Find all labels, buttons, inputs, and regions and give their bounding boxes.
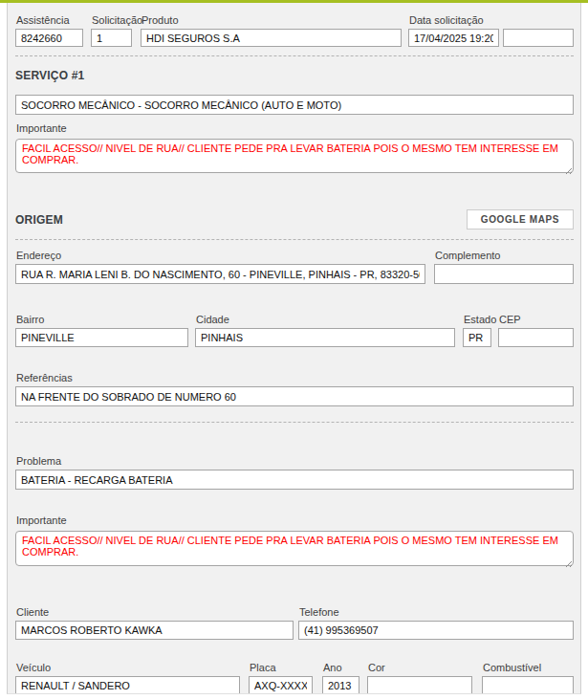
- vehicle-row: Veículo Placa Ano Cor Combustível: [15, 662, 574, 694]
- client-label: Cliente: [16, 606, 294, 619]
- origin-important-wrap: FACIL ACESSO// NIVEL DE RUA// CLIENTE PE…: [15, 531, 574, 570]
- google-maps-button[interactable]: GOOGLE MAPS: [467, 209, 574, 230]
- district-row: Bairro Cidade Estado CEP: [15, 314, 574, 347]
- request-date-field: Data solicitação: [408, 14, 499, 47]
- request-input[interactable]: [91, 29, 132, 47]
- complement-input[interactable]: [434, 264, 574, 284]
- color-field: Cor: [367, 662, 472, 694]
- zip-label: CEP: [499, 314, 574, 326]
- city-field: Cidade: [195, 314, 455, 347]
- origin-important-field: Importante: [15, 514, 574, 529]
- phone-input[interactable]: [298, 621, 574, 640]
- state-label: Estado: [464, 314, 491, 326]
- product-input[interactable]: [141, 29, 402, 47]
- district-label: Bairro: [16, 314, 188, 326]
- plate-label: Placa: [250, 662, 313, 674]
- service-section-title: SERVIÇO #1: [15, 69, 574, 82]
- assistance-input[interactable]: [15, 29, 83, 47]
- service-important-textarea[interactable]: FACIL ACESSO// NIVEL DE RUA// CLIENTE PE…: [15, 139, 574, 173]
- problem-input[interactable]: [15, 470, 574, 490]
- address-field: Endereço: [15, 250, 425, 284]
- state-input[interactable]: [463, 328, 491, 347]
- request-date-label: Data solicitação: [409, 14, 499, 27]
- client-row: Cliente Telefone: [15, 606, 574, 640]
- address-row: Endereço Complemento: [15, 250, 574, 284]
- origin-important-label: Importante: [16, 514, 574, 527]
- plate-input[interactable]: [249, 676, 313, 694]
- references-label: Referências: [16, 372, 574, 384]
- address-label: Endereço: [16, 250, 425, 262]
- origin-section-title: ORIGEM: [15, 213, 63, 227]
- product-field: Produto: [141, 14, 402, 47]
- vehicle-input[interactable]: [15, 676, 240, 694]
- plate-field: Placa: [249, 662, 313, 694]
- state-field: Estado: [463, 314, 491, 347]
- fuel-field: Combustível: [482, 662, 574, 694]
- assistance-field: Assistência: [15, 14, 83, 47]
- year-input[interactable]: [322, 676, 359, 694]
- client-field: Cliente: [15, 606, 294, 640]
- fuel-label: Combustível: [483, 662, 574, 674]
- request-date-extra-field: [503, 29, 574, 47]
- vehicle-label: Veículo: [16, 662, 240, 674]
- section-divider: [15, 239, 574, 240]
- complement-field: Complemento: [434, 250, 574, 284]
- year-field: Ano: [322, 662, 359, 694]
- references-input[interactable]: [15, 386, 574, 406]
- phone-field: Telefone: [298, 606, 574, 640]
- complement-label: Complemento: [435, 250, 574, 262]
- service-type-input[interactable]: [15, 95, 574, 115]
- color-input[interactable]: [367, 676, 472, 694]
- phone-label: Telefone: [299, 606, 574, 619]
- section-divider: [15, 422, 574, 423]
- product-label: Produto: [142, 14, 402, 27]
- city-input[interactable]: [195, 328, 455, 347]
- request-field: Solicitação: [91, 14, 132, 47]
- zip-input[interactable]: [498, 328, 574, 347]
- problem-label: Problema: [16, 455, 574, 468]
- request-date-input[interactable]: [408, 29, 499, 47]
- district-input[interactable]: [15, 328, 188, 347]
- references-field: Referências: [15, 372, 574, 406]
- client-input[interactable]: [15, 621, 294, 640]
- section-divider: [15, 55, 574, 56]
- service-important-wrap: FACIL ACESSO// NIVEL DE RUA// CLIENTE PE…: [15, 139, 574, 177]
- origin-important-textarea[interactable]: FACIL ACESSO// NIVEL DE RUA// CLIENTE PE…: [15, 531, 574, 566]
- origin-header-row: ORIGEM GOOGLE MAPS: [15, 209, 574, 230]
- problem-field: Problema: [15, 455, 574, 490]
- assistance-label: Assistência: [16, 14, 83, 27]
- assistance-form-panel: Assistência Solicitação Produto Data sol…: [7, 3, 581, 694]
- address-input[interactable]: [15, 264, 425, 284]
- district-field: Bairro: [15, 314, 188, 347]
- zip-field: CEP: [498, 314, 574, 347]
- vehicle-field: Veículo: [15, 662, 240, 694]
- fuel-input[interactable]: [482, 676, 574, 694]
- year-label: Ano: [323, 662, 359, 674]
- service-important-label: Importante: [16, 122, 574, 135]
- color-label: Cor: [368, 662, 472, 674]
- city-label: Cidade: [196, 314, 455, 326]
- header-row: Assistência Solicitação Produto Data sol…: [15, 14, 574, 47]
- service-type-field: [15, 95, 574, 115]
- service-important-field: Importante: [15, 122, 574, 137]
- request-date-extra-input[interactable]: [503, 29, 574, 47]
- request-label: Solicitação: [92, 14, 132, 27]
